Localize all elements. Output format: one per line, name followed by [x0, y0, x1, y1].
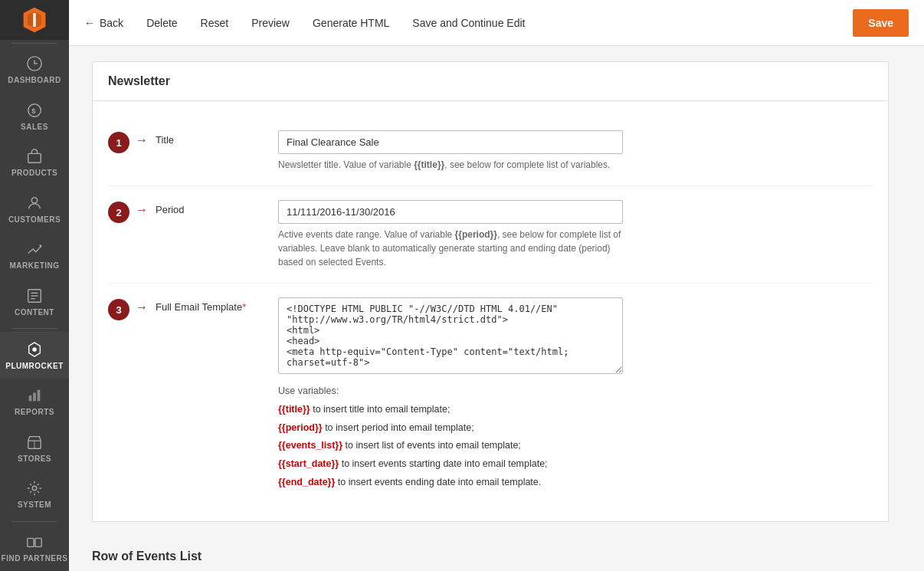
- period-help: Active events date range. Value of varia…: [278, 228, 623, 269]
- stores-icon: [26, 434, 43, 451]
- magento-logo-icon: [21, 6, 48, 34]
- email-template-textarea[interactable]: <!DOCTYPE HTML PUBLIC "-//W3C//DTD HTML …: [278, 297, 623, 374]
- sidebar-item-sales[interactable]: $ SALES: [0, 93, 69, 139]
- svg-point-14: [32, 347, 37, 352]
- reset-label: Reset: [201, 17, 229, 29]
- save-continue-label: Save and Continue Edit: [412, 17, 525, 29]
- products-icon: [26, 148, 43, 165]
- period-field: Active events date range. Value of varia…: [278, 200, 873, 269]
- toolbar: ← Back Delete Reset Preview Generate HTM…: [69, 0, 924, 46]
- sidebar-item-reports[interactable]: REPORTS: [0, 379, 69, 425]
- preview-label: Preview: [251, 17, 290, 29]
- sidebar-item-label: PLUMROCKET: [5, 362, 64, 370]
- sales-icon: $: [26, 102, 43, 119]
- title-field-row: 1 → Title Newsletter title. Value of var…: [108, 116, 873, 186]
- sidebar-item-products[interactable]: PRODUCTS: [0, 139, 69, 186]
- title-help: Newsletter title. Value of variable {{ti…: [278, 158, 623, 172]
- sidebar-item-label: SYSTEM: [18, 500, 51, 509]
- system-icon: [26, 480, 43, 497]
- step-badge-3: 3: [108, 299, 129, 320]
- svg-rect-2: [33, 13, 36, 27]
- svg-rect-15: [29, 395, 32, 401]
- plumrocket-icon: [26, 341, 43, 358]
- sidebar-item-stores[interactable]: STORES: [0, 425, 69, 471]
- sidebar-logo: [0, 0, 69, 40]
- page-content: Newsletter 1 → Title Newsletter title. V…: [69, 46, 912, 571]
- delete-button[interactable]: Delete: [146, 17, 177, 29]
- sidebar-item-label: MARKETING: [9, 261, 59, 270]
- email-template-field-row: 3 → Full Email Template* <!DOCTYPE HTML …: [108, 284, 873, 506]
- step-arrow-3: →: [136, 300, 148, 314]
- sidebar-divider-bot: [11, 521, 57, 522]
- svg-rect-17: [38, 390, 41, 402]
- svg-point-7: [31, 198, 37, 203]
- save-button[interactable]: Save: [853, 9, 909, 37]
- sidebar-item-marketing[interactable]: MARKETING: [0, 232, 69, 279]
- back-arrow-icon: ←: [84, 17, 95, 29]
- step-arrow-2: →: [136, 203, 148, 217]
- sidebar-item-label: REPORTS: [15, 408, 54, 416]
- email-template-field: <!DOCTYPE HTML PUBLIC "-//W3C//DTD HTML …: [278, 297, 873, 492]
- back-button[interactable]: ← Back: [84, 17, 123, 29]
- title-input[interactable]: [278, 130, 623, 154]
- sidebar-item-content[interactable]: CONTENT: [0, 279, 69, 326]
- preview-button[interactable]: Preview: [251, 17, 290, 29]
- sidebar-item-label: DASHBOARD: [8, 76, 61, 84]
- sidebar-divider-top: [11, 43, 57, 44]
- save-continue-button[interactable]: Save and Continue Edit: [412, 17, 525, 29]
- sidebar-item-plumrocket[interactable]: PLUMROCKET: [0, 332, 69, 379]
- main-content: ← Back Delete Reset Preview Generate HTM…: [69, 0, 924, 571]
- delete-label: Delete: [146, 17, 177, 29]
- period-input[interactable]: [278, 200, 623, 224]
- sidebar-item-label: STORES: [18, 455, 51, 463]
- svg-rect-21: [28, 538, 34, 546]
- newsletter-section: Newsletter 1 → Title Newsletter title. V…: [92, 61, 889, 522]
- title-field: Newsletter title. Value of variable {{ti…: [278, 130, 873, 172]
- sidebar-item-label: CUSTOMERS: [8, 215, 61, 224]
- title-label: Title: [156, 130, 278, 146]
- reset-button[interactable]: Reset: [201, 17, 229, 29]
- sidebar-item-find-partners[interactable]: FIND PARTNERS: [0, 524, 69, 571]
- svg-rect-6: [28, 154, 41, 163]
- svg-rect-22: [35, 538, 41, 546]
- step-badge-1: 1: [108, 132, 129, 153]
- sidebar-item-label: FIND PARTNERS: [2, 554, 68, 563]
- dashboard-icon: [26, 55, 43, 72]
- content-icon: [26, 287, 43, 304]
- email-template-label: Full Email Template*: [156, 297, 278, 313]
- period-label: Period: [156, 200, 278, 215]
- generate-html-button[interactable]: Generate HTML: [313, 17, 389, 29]
- reports-icon: [26, 387, 43, 404]
- step-badge-2: 2: [108, 202, 129, 223]
- svg-rect-16: [33, 392, 36, 401]
- sidebar-item-label: PRODUCTS: [11, 169, 57, 177]
- find-partners-icon: [26, 533, 43, 550]
- section-body: 1 → Title Newsletter title. Value of var…: [93, 101, 888, 521]
- row-of-events-title: Row of Events List: [92, 537, 889, 572]
- back-label: Back: [100, 17, 123, 29]
- generate-html-label: Generate HTML: [313, 17, 389, 29]
- save-label: Save: [868, 17, 893, 29]
- sidebar: DASHBOARD $ SALES PRODUCTS CUSTOMERS MAR…: [0, 0, 69, 571]
- step-arrow-1: →: [136, 133, 148, 147]
- sidebar-item-label: CONTENT: [15, 308, 54, 317]
- variables-intro: Use variables:: [278, 386, 339, 396]
- period-field-row: 2 → Period Active events date range. Val…: [108, 186, 873, 284]
- sidebar-item-label: SALES: [21, 123, 48, 131]
- sidebar-item-customers[interactable]: CUSTOMERS: [0, 186, 69, 233]
- marketing-icon: [26, 241, 43, 258]
- customers-icon: [26, 195, 43, 212]
- sidebar-divider-mid: [11, 328, 57, 329]
- svg-point-20: [32, 487, 37, 491]
- variables-list: Use variables: {{title}} to insert title…: [278, 382, 646, 492]
- sidebar-item-system[interactable]: SYSTEM: [0, 471, 69, 518]
- sidebar-item-dashboard[interactable]: DASHBOARD: [0, 47, 69, 94]
- section-title: Newsletter: [93, 62, 888, 101]
- svg-text:$: $: [31, 107, 36, 114]
